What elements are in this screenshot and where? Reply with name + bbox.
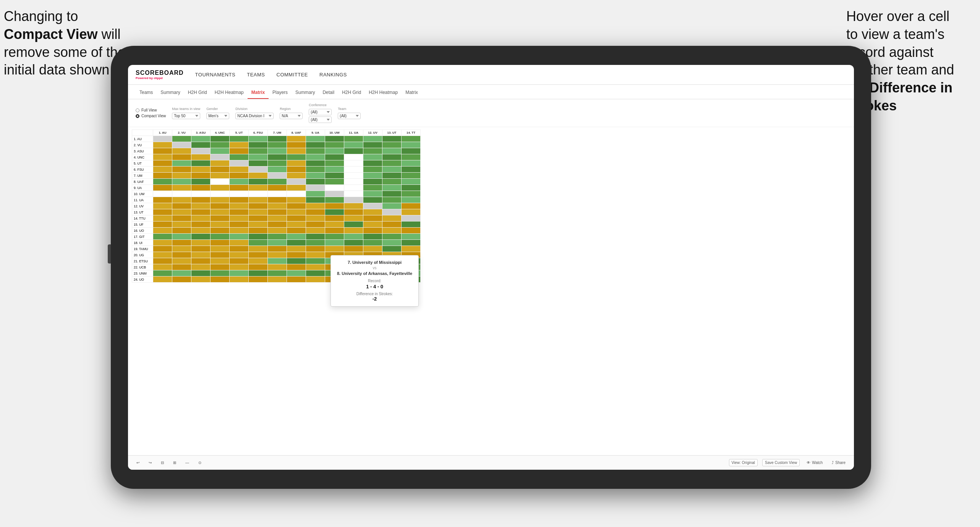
matrix-cell[interactable] — [268, 160, 287, 167]
matrix-cell[interactable] — [363, 185, 382, 191]
matrix-cell[interactable] — [325, 215, 344, 221]
matrix-cell[interactable] — [172, 167, 191, 173]
matrix-cell[interactable] — [230, 246, 249, 252]
matrix-cell[interactable] — [230, 197, 249, 203]
matrix-cell[interactable] — [172, 234, 191, 240]
matrix-cell[interactable] — [249, 270, 268, 276]
matrix-cell[interactable] — [230, 136, 249, 142]
matrix-cell[interactable] — [306, 160, 325, 167]
matrix-cell[interactable] — [382, 173, 402, 179]
matrix-cell[interactable] — [325, 148, 344, 154]
matrix-cell[interactable] — [172, 264, 191, 270]
matrix-cell[interactable] — [325, 228, 344, 234]
matrix-cell[interactable] — [230, 173, 249, 179]
matrix-cell[interactable] — [230, 215, 249, 221]
matrix-cell[interactable] — [191, 185, 211, 191]
matrix-cell[interactable] — [172, 258, 191, 264]
subnav-h2h-heatmap2[interactable]: H2H Heatmap — [365, 90, 402, 99]
matrix-cell[interactable] — [172, 185, 191, 191]
matrix-cell[interactable] — [191, 221, 211, 228]
matrix-cell[interactable] — [268, 179, 287, 185]
matrix-cell[interactable] — [172, 191, 191, 197]
matrix-cell[interactable] — [402, 228, 421, 234]
matrix-cell[interactable] — [153, 160, 172, 167]
matrix-cell[interactable] — [287, 148, 306, 154]
matrix-cell[interactable] — [402, 185, 421, 191]
matrix-cell[interactable] — [287, 221, 306, 228]
matrix-cell[interactable] — [268, 154, 287, 160]
matrix-cell[interactable] — [249, 136, 268, 142]
team-select[interactable]: (All) — [338, 113, 361, 119]
matrix-cell[interactable] — [306, 221, 325, 228]
matrix-cell[interactable] — [211, 270, 230, 276]
matrix-cell[interactable] — [402, 197, 421, 203]
matrix-cell[interactable] — [230, 221, 249, 228]
matrix-cell[interactable] — [268, 264, 287, 270]
matrix-cell[interactable] — [153, 179, 172, 185]
matrix-cell[interactable] — [153, 148, 172, 154]
matrix-cell[interactable] — [287, 276, 306, 283]
matrix-cell[interactable] — [325, 240, 344, 246]
matrix-cell[interactable] — [363, 136, 382, 142]
matrix-cell[interactable] — [172, 276, 191, 283]
matrix-cell[interactable] — [306, 276, 325, 283]
matrix-cell[interactable] — [363, 215, 382, 221]
gender-select[interactable]: Men's — [206, 113, 229, 119]
matrix-cell[interactable] — [325, 154, 344, 160]
matrix-cell[interactable] — [344, 154, 363, 160]
matrix-cell[interactable] — [325, 191, 344, 197]
matrix-cell[interactable] — [172, 136, 191, 142]
matrix-cell[interactable] — [153, 252, 172, 258]
matrix-cell[interactable] — [325, 167, 344, 173]
toolbar-icon3[interactable]: — — [183, 459, 191, 466]
matrix-cell[interactable] — [211, 240, 230, 246]
matrix-cell[interactable] — [230, 270, 249, 276]
matrix-cell[interactable] — [325, 173, 344, 179]
matrix-cell[interactable] — [191, 240, 211, 246]
matrix-cell[interactable] — [287, 228, 306, 234]
matrix-cell[interactable] — [249, 154, 268, 160]
matrix-cell[interactable] — [287, 197, 306, 203]
matrix-cell[interactable] — [211, 203, 230, 209]
max-teams-select[interactable]: Top 50 — [172, 113, 200, 119]
matrix-cell[interactable] — [153, 197, 172, 203]
matrix-cell[interactable] — [382, 191, 402, 197]
matrix-cell[interactable] — [211, 191, 230, 197]
matrix-cell[interactable] — [287, 246, 306, 252]
matrix-cell[interactable] — [191, 154, 211, 160]
matrix-cell[interactable] — [402, 209, 421, 215]
nav-rankings[interactable]: RANKINGS — [319, 72, 347, 78]
matrix-cell[interactable] — [230, 148, 249, 154]
matrix-cell[interactable] — [363, 234, 382, 240]
matrix-cell[interactable] — [153, 215, 172, 221]
matrix-cell[interactable] — [363, 173, 382, 179]
matrix-cell[interactable] — [344, 185, 363, 191]
matrix-cell[interactable] — [363, 142, 382, 148]
matrix-cell[interactable] — [287, 258, 306, 264]
matrix-cell[interactable] — [249, 264, 268, 270]
matrix-cell[interactable] — [191, 191, 211, 197]
matrix-cell[interactable] — [268, 173, 287, 179]
matrix-cell[interactable] — [172, 148, 191, 154]
matrix-cell[interactable] — [268, 252, 287, 258]
matrix-cell[interactable] — [268, 191, 287, 197]
matrix-cell[interactable] — [230, 264, 249, 270]
matrix-cell[interactable] — [211, 246, 230, 252]
matrix-cell[interactable] — [249, 221, 268, 228]
matrix-cell[interactable] — [153, 246, 172, 252]
matrix-cell[interactable] — [249, 203, 268, 209]
matrix-cell[interactable] — [382, 167, 402, 173]
matrix-cell[interactable] — [172, 179, 191, 185]
matrix-cell[interactable] — [382, 246, 402, 252]
matrix-cell[interactable] — [344, 136, 363, 142]
matrix-cell[interactable] — [363, 191, 382, 197]
nav-teams[interactable]: TEAMS — [247, 72, 265, 78]
toolbar-icon2[interactable]: ⊞ — [171, 459, 178, 466]
matrix-cell[interactable] — [191, 203, 211, 209]
matrix-cell[interactable] — [325, 136, 344, 142]
matrix-cell[interactable] — [230, 160, 249, 167]
matrix-cell[interactable] — [230, 179, 249, 185]
matrix-cell[interactable] — [306, 246, 325, 252]
matrix-cell[interactable] — [402, 179, 421, 185]
matrix-cell[interactable] — [153, 173, 172, 179]
